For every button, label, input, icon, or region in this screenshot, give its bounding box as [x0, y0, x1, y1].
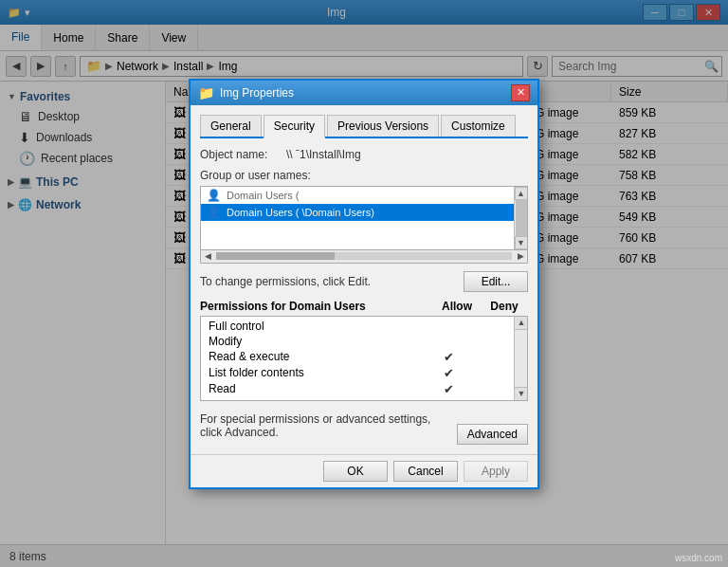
h-scroll-track — [216, 252, 512, 260]
dialog-close-button[interactable]: ✕ — [511, 84, 530, 101]
dialog-body: General Security Previous Versions Custo… — [191, 105, 537, 454]
dialog-footer: OK Cancel Apply — [191, 454, 537, 487]
perm-name: Read — [209, 382, 425, 395]
perm-row-listfolder: List folder contents ✔ — [205, 365, 523, 381]
permission-note: To change permissions, click Edit. — [200, 275, 371, 288]
apply-button[interactable]: Apply — [464, 461, 528, 482]
user-selected-icon: 👤 — [207, 206, 221, 219]
dialog-title: Img Properties — [220, 86, 294, 100]
perm-allow-check: ✔ — [425, 382, 472, 396]
perm-name: Full control — [209, 320, 425, 333]
user-name: Domain Users ( — [227, 190, 299, 201]
perm-row-fullcontrol: Full control — [205, 319, 523, 334]
perm-scroll-thumb — [515, 330, 527, 387]
h-scroll-thumb — [216, 252, 335, 260]
user-list-scrollbar[interactable]: ▲ ▼ — [514, 187, 527, 249]
user-icon: 👤 — [207, 189, 221, 202]
cancel-button[interactable]: Cancel — [393, 461, 458, 482]
perm-header-allow: Allow — [433, 300, 481, 313]
dialog-folder-icon: 📁 — [198, 85, 214, 101]
tab-previous-versions[interactable]: Previous Versions — [327, 115, 439, 137]
perm-row-read: Read ✔ — [205, 381, 523, 397]
perm-scrollbar[interactable]: ▲ ▼ — [514, 317, 527, 400]
permissions-list: Full control Modify Read & execute ✔ — [200, 316, 528, 401]
permissions-area: Permissions for Domain Users Allow Deny … — [200, 300, 528, 401]
edit-button[interactable]: Edit... — [464, 271, 528, 292]
scroll-up[interactable]: ▲ — [515, 187, 528, 200]
object-name-value: \\ ˉ1\Install\Img — [286, 148, 528, 161]
perm-header-deny: Deny — [481, 300, 528, 313]
perm-name: Read & execute — [209, 350, 425, 363]
permissions-header: Permissions for Domain Users Allow Deny — [200, 300, 528, 313]
perm-allow-check: ✔ — [425, 350, 472, 364]
user-selected-name: Domain Users ( \Domain Users) — [227, 207, 374, 218]
dialog-tabs: General Security Previous Versions Custo… — [200, 115, 528, 138]
scroll-thumb — [516, 200, 527, 236]
object-name-label: Object name: — [200, 148, 281, 161]
ok-button[interactable]: OK — [323, 461, 388, 482]
scroll-down[interactable]: ▼ — [515, 236, 528, 249]
perm-scroll-up[interactable]: ▲ — [515, 317, 528, 330]
dialog-title-left: 📁 Img Properties — [198, 85, 294, 101]
user-item[interactable]: 👤 Domain Users ( — [201, 187, 527, 204]
perm-name: Modify — [209, 335, 425, 348]
tab-general[interactable]: General — [200, 115, 262, 137]
perm-header-name: Permissions for Domain Users — [200, 300, 433, 313]
permission-note-row: To change permissions, click Edit. Edit.… — [200, 269, 528, 294]
user-list[interactable]: 👤 Domain Users ( 👤 Domain Users ( \Domai… — [200, 186, 528, 250]
permissions-list-inner: Full control Modify Read & execute ✔ — [201, 317, 527, 399]
perm-allow-check: ✔ — [425, 366, 472, 380]
object-name-row: Object name: \\ ˉ1\Install\Img — [200, 148, 528, 161]
advanced-button[interactable]: Advanced — [457, 424, 528, 445]
perm-scroll-down[interactable]: ▼ — [515, 387, 528, 400]
group-label: Group or user names: — [200, 169, 528, 182]
user-item-selected[interactable]: 👤 Domain Users ( \Domain Users) — [201, 204, 527, 221]
advanced-row: For special permissions or advanced sett… — [200, 407, 528, 445]
special-note-line2: click Advanced. — [200, 426, 430, 439]
special-note-line1: For special permissions or advanced sett… — [200, 412, 430, 426]
dialog: 📁 Img Properties ✕ General Security Prev… — [189, 79, 539, 489]
horizontal-scrollbar[interactable]: ◀ ▶ — [200, 250, 528, 264]
tab-security[interactable]: Security — [264, 115, 325, 138]
perm-row-readexecute: Read & execute ✔ — [205, 349, 523, 365]
dialog-title-bar: 📁 Img Properties ✕ — [191, 81, 537, 105]
h-scroll-left[interactable]: ◀ — [201, 249, 214, 263]
watermark: wsxdn.com — [675, 553, 722, 563]
special-permissions-note: For special permissions or advanced sett… — [200, 412, 430, 439]
tab-customize[interactable]: Customize — [441, 115, 516, 137]
perm-row-modify: Modify — [205, 334, 523, 349]
h-scroll-right[interactable]: ▶ — [514, 249, 527, 263]
modal-overlay: 📁 Img Properties ✕ General Security Prev… — [0, 0, 728, 567]
perm-name: List folder contents — [209, 366, 425, 379]
